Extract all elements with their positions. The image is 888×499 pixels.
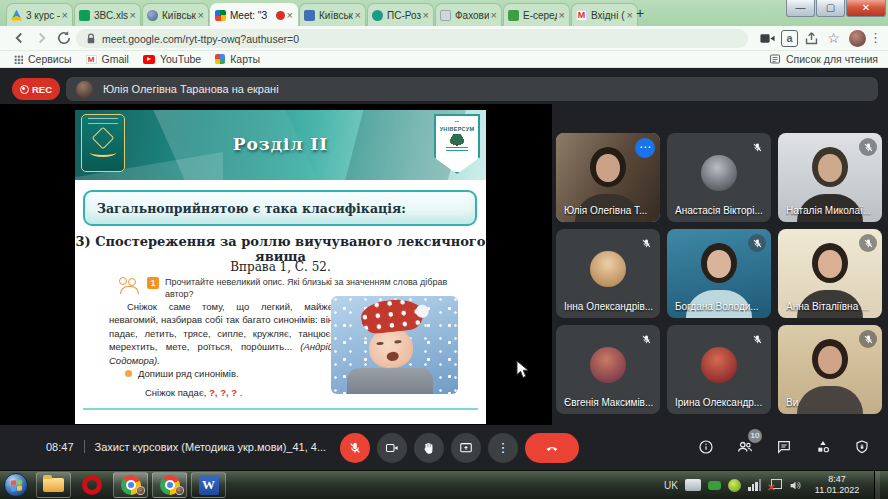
- browser-tab[interactable]: 3ВС.xlsx - G ×: [74, 3, 141, 26]
- meeting-clock: 08:47: [46, 441, 74, 453]
- participant-tile[interactable]: Анастасія Вікторі...: [667, 133, 771, 222]
- camera-in-use-icon[interactable]: [759, 30, 776, 47]
- browser-tab[interactable]: Е-середови ×: [503, 3, 570, 26]
- present-screen-button[interactable]: [451, 433, 481, 463]
- participant-name: Євгенія Максимів...: [564, 397, 654, 408]
- participant-tile[interactable]: Наталія Миколаї...: [778, 133, 882, 222]
- tab-favicon-icon: [79, 10, 90, 21]
- mouse-cursor: [516, 360, 529, 379]
- browser-tab[interactable]: ПС-Розклад ×: [367, 3, 434, 26]
- university-logo-left: [81, 114, 125, 172]
- passage-text: Сніжок саме тому, що легкий, майже неваг…: [109, 300, 333, 367]
- info-button[interactable]: [696, 437, 716, 457]
- back-icon[interactable]: [10, 29, 28, 47]
- network-error-icon[interactable]: ✕: [768, 479, 782, 491]
- windows-logo-icon: [11, 479, 22, 491]
- mic-off-icon: [637, 234, 655, 252]
- participant-tile[interactable]: ⋯ Юлія Олегівна Т...: [556, 133, 660, 222]
- taskbar-word[interactable]: W: [191, 472, 226, 498]
- activities-button[interactable]: [813, 437, 833, 457]
- bookmark-star-icon[interactable]: ☆: [825, 30, 842, 47]
- tab-title: Київський У: [319, 10, 353, 21]
- participant-tile[interactable]: Ірина Олександр...: [667, 325, 771, 414]
- show-desktop-button[interactable]: [874, 471, 880, 499]
- bookmark-gmail[interactable]: Gmail: [86, 53, 129, 65]
- tab-favicon-icon: [372, 10, 383, 21]
- speaker-icon[interactable]: [789, 479, 802, 492]
- taskbar-chrome-2[interactable]: [152, 472, 187, 498]
- taskbar-clock[interactable]: 8:47 11.01.2022: [809, 474, 865, 497]
- participant-name: Ірина Олександр...: [675, 397, 765, 408]
- lock-icon: [86, 33, 96, 45]
- reload-icon[interactable]: [55, 29, 73, 47]
- tab-close-icon[interactable]: ×: [287, 10, 293, 20]
- profile-avatar[interactable]: [849, 30, 866, 47]
- tray-green-icon[interactable]: [708, 481, 721, 490]
- tab-list: 3 курс – Go × 3ВС.xlsx - G × Київський у…: [6, 3, 639, 26]
- bookmark-services[interactable]: Сервисы: [14, 53, 72, 65]
- participant-tile[interactable]: Ви: [778, 325, 882, 414]
- translate-icon[interactable]: а: [781, 30, 798, 47]
- participant-tile[interactable]: Анна Віталіївна ...: [778, 229, 882, 318]
- mic-off-icon: [748, 330, 766, 348]
- taskbar-chrome-1[interactable]: [113, 472, 148, 498]
- minimize-button[interactable]: —: [786, 0, 815, 17]
- browser-tab[interactable]: Meet: "З ×: [210, 3, 298, 26]
- people-button[interactable]: 10: [735, 437, 755, 457]
- word-icon: W: [199, 475, 219, 495]
- signal-icon[interactable]: [748, 479, 761, 491]
- browser-tab[interactable]: Київський У ×: [299, 3, 366, 26]
- browser-tab[interactable]: Вхідні (7) - п ×: [571, 3, 638, 26]
- participant-tile[interactable]: Богдана Володи...: [667, 229, 771, 318]
- chat-button[interactable]: [774, 437, 794, 457]
- browser-menu-icon[interactable]: ⋮: [867, 30, 884, 47]
- forward-icon[interactable]: [33, 29, 51, 47]
- presenter-avatar: [76, 81, 93, 98]
- keyboard-icon[interactable]: [685, 479, 701, 491]
- bookmark-maps[interactable]: Карты: [215, 53, 260, 65]
- tab-close-icon[interactable]: ×: [355, 10, 361, 20]
- taskbar-opera[interactable]: [75, 475, 109, 495]
- browser-tab[interactable]: 3 курс – Go ×: [6, 3, 73, 26]
- participant-tile[interactable]: Євгенія Максимів...: [556, 325, 660, 414]
- tab-close-icon[interactable]: ×: [491, 10, 497, 20]
- language-indicator[interactable]: UK: [664, 480, 678, 491]
- participant-avatar: [590, 251, 626, 287]
- child-snow-photo: [331, 296, 458, 394]
- new-tab-button[interactable]: +: [630, 5, 650, 23]
- share-icon[interactable]: [803, 30, 820, 47]
- tab-close-icon[interactable]: ×: [62, 10, 68, 20]
- participant-tile[interactable]: Інна Олександрів...: [556, 229, 660, 318]
- camera-button[interactable]: [377, 433, 407, 463]
- tab-favicon-icon: [215, 10, 226, 21]
- participant-name: Анастасія Вікторі...: [675, 205, 765, 216]
- slide-footer-line: [83, 408, 478, 410]
- maximize-button[interactable]: ▢: [816, 0, 845, 17]
- reading-list-button[interactable]: Список для чтения: [769, 53, 878, 65]
- meeting-info: 08:47 Захист курсових (Методика укр.мови…: [46, 440, 326, 453]
- browser-tab[interactable]: Київський у ×: [142, 3, 209, 26]
- tab-favicon-icon: [11, 10, 22, 21]
- bookmarks-bar: Сервисы Gmail YouTube Карты Список для ч…: [0, 51, 888, 68]
- tab-close-icon[interactable]: ×: [559, 10, 565, 20]
- raise-hand-button[interactable]: [414, 433, 444, 463]
- browser-tab[interactable]: Фаховий ко ×: [435, 3, 502, 26]
- taskbar-explorer[interactable]: [36, 472, 71, 498]
- antivirus-icon[interactable]: [728, 479, 741, 492]
- mic-off-button[interactable]: [340, 433, 370, 463]
- start-button[interactable]: [4, 473, 28, 497]
- more-options-button[interactable]: ⋮: [488, 433, 518, 463]
- system-tray: UK ✕ 8:47 11.01.2022: [664, 471, 880, 499]
- bookmark-youtube[interactable]: YouTube: [143, 53, 201, 65]
- opera-icon: [82, 475, 102, 495]
- address-bar[interactable]: meet.google.com/ryt-ttpy-owq?authuser=0: [76, 29, 748, 48]
- host-controls-button[interactable]: [852, 437, 872, 457]
- tab-close-icon[interactable]: ×: [423, 10, 429, 20]
- tree-icon: [450, 134, 464, 146]
- participant-menu-button[interactable]: ⋯: [635, 138, 655, 158]
- close-button[interactable]: ✕: [846, 0, 886, 17]
- reading-list-icon: [769, 53, 781, 65]
- end-call-button[interactable]: [525, 433, 579, 463]
- tab-close-icon[interactable]: ×: [130, 10, 136, 20]
- tab-close-icon[interactable]: ×: [198, 10, 204, 20]
